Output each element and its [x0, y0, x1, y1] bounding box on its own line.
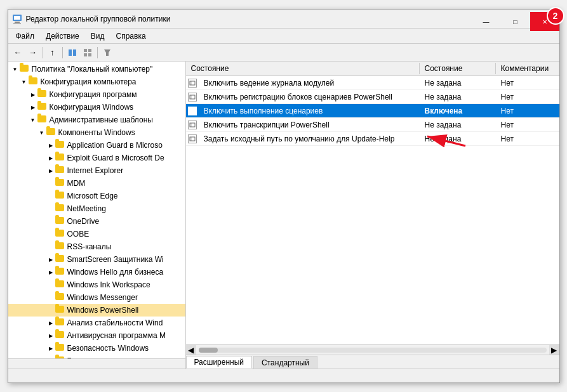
list-row-0[interactable]: Включить ведение журнала модулей Не зада… [186, 76, 559, 90]
menu-action[interactable]: Действие [41, 30, 84, 42]
svg-rect-17 [190, 123, 195, 127]
col-header-status[interactable]: Состояние [420, 63, 496, 74]
tree-item-11[interactable]: OneDrive [8, 215, 185, 228]
folder-icon-18 [55, 306, 65, 315]
col-header-comment[interactable]: Комментарии [496, 63, 559, 74]
row-status-3: Не задана [420, 121, 496, 129]
view-button[interactable] [81, 46, 95, 60]
expand-3: ▼ [29, 115, 37, 124]
toolbar-separator-1 [43, 47, 43, 58]
tree-item-root[interactable]: ▼ Политика "Локальный компьютер" [8, 63, 185, 75]
tree-item-15[interactable]: ▶ Windows Hello для бизнеса [8, 266, 185, 278]
folder-icon-4 [46, 128, 57, 137]
tree-item-4[interactable]: ▼ Компоненты Windows [8, 126, 185, 139]
back-button[interactable]: ← [11, 46, 25, 60]
menu-file[interactable]: Файл [11, 30, 40, 42]
tree-item-7[interactable]: ▶ Internet Explorer [8, 164, 185, 177]
main-window: Редактор локальной групповой политики — … [8, 9, 560, 383]
list-row-4[interactable]: Задать исходный путь по умолчанию для Up… [186, 132, 559, 146]
tree-item-20[interactable]: ▶ Антивирусная программа M [8, 329, 185, 342]
tree-label-6: Exploit Guard в Microsoft De [67, 154, 183, 162]
expand-8 [46, 179, 55, 188]
scroll-right-btn[interactable]: ▶ [549, 345, 559, 355]
folder-icon-1 [37, 90, 48, 99]
menu-help[interactable]: Справка [111, 30, 151, 42]
status-bar [8, 369, 559, 382]
filter-button[interactable] [100, 46, 114, 60]
folder-icon-14 [55, 255, 65, 264]
tree-item-21[interactable]: ▶ Безопасность Windows [8, 342, 185, 355]
tree-item-10[interactable]: NetMeeting [8, 202, 185, 215]
forward-button[interactable]: → [26, 46, 40, 60]
toolbar: ← → ↑ [8, 44, 559, 62]
right-panel: Состояние Состояние Комментарии [186, 62, 559, 369]
scroll-track[interactable] [199, 348, 547, 353]
close-badge: 2 [547, 7, 564, 25]
tree-label-20: Антивирусная программа M [67, 331, 183, 340]
tree-item-9[interactable]: Microsoft Edge [8, 190, 185, 202]
row-name-2: Включить выполнение сценариев [199, 107, 420, 115]
tree-hscrollbar[interactable] [8, 358, 185, 369]
tree-scroll[interactable]: ▼ Политика "Локальный компьютер" ▼ Конфи… [8, 62, 185, 358]
tree-label-13: RSS-каналы [67, 242, 183, 251]
expand-16 [46, 280, 55, 289]
col-header-name[interactable]: Состояние [186, 63, 420, 74]
folder-icon-9 [55, 192, 65, 200]
close-button[interactable]: ✕ 2 [530, 12, 559, 31]
tab-extended[interactable]: Расширенный [186, 356, 253, 369]
svg-rect-19 [190, 137, 195, 141]
expand-7: ▶ [46, 166, 55, 175]
expand-13 [46, 242, 55, 251]
menu-view[interactable]: Вид [86, 30, 110, 42]
folder-icon-8 [55, 179, 65, 188]
folder-icon-17 [55, 293, 65, 302]
folder-icon-3 [37, 115, 48, 124]
row-comment-2: Нет [496, 107, 559, 115]
expand-18 [46, 306, 55, 315]
show-hide-button[interactable] [65, 46, 79, 60]
hscroll-bar[interactable]: ◀ ▶ [186, 344, 559, 355]
scroll-left-btn[interactable]: ◀ [186, 345, 196, 355]
tree-item-12[interactable]: OOBE [8, 228, 185, 240]
tab-standard[interactable]: Стандартный [253, 356, 317, 369]
list-row-1[interactable]: Включить регистрацию блоков сценариев Po… [186, 90, 559, 104]
expand-4: ▼ [37, 128, 46, 137]
tree-label-3: Административные шаблоны [50, 115, 183, 124]
list-header: Состояние Состояние Комментарии [186, 62, 559, 76]
tree-item-3[interactable]: ▼ Административные шаблоны [8, 114, 185, 126]
tree-label-4: Компоненты Windows [58, 128, 183, 137]
svg-marker-10 [104, 49, 110, 56]
tree-panel: ▼ Политика "Локальный компьютер" ▼ Конфи… [8, 62, 186, 369]
svg-rect-15 [190, 109, 195, 113]
svg-rect-6 [84, 49, 87, 52]
tree-item-1[interactable]: ▶ Конфигурация программ [8, 88, 185, 101]
tree-item-17[interactable]: Windows Messenger [8, 291, 185, 304]
tree-item-19[interactable]: ▶ Анализ стабильности Wind [8, 317, 185, 329]
policy-icon-2 [188, 107, 197, 115]
row-icon-1 [186, 93, 199, 101]
tree-item-5[interactable]: ▶ Application Guard в Microso [8, 139, 185, 152]
up-button[interactable]: ↑ [46, 46, 60, 60]
expand-0: ▼ [20, 77, 29, 86]
expand-6: ▶ [46, 154, 55, 162]
toolbar-separator-2 [62, 47, 63, 58]
svg-rect-9 [88, 53, 91, 56]
tree-item-14[interactable]: ▶ SmartScreen Защитника Wi [8, 253, 185, 266]
tabs-bar: Расширенный Стандартный [186, 355, 559, 369]
tree-item-8[interactable]: MDM [8, 177, 185, 190]
tree-item-18[interactable]: Windows PowerShell [8, 304, 185, 317]
svg-rect-1 [14, 16, 20, 20]
list-row-3[interactable]: Включить транскрипции PowerShell Не зада… [186, 118, 559, 132]
expand-17 [46, 293, 55, 302]
tree-label-21: Безопасность Windows [67, 344, 183, 353]
tree-item-2[interactable]: ▶ Конфигурация Windows [8, 101, 185, 114]
policy-list[interactable]: Включить ведение журнала модулей Не зада… [186, 76, 559, 344]
tree-item-13[interactable]: RSS-каналы [8, 240, 185, 253]
tree-item-6[interactable]: ▶ Exploit Guard в Microsoft De [8, 152, 185, 164]
list-row-2[interactable]: Включить выполнение сценариев Включена Н… [186, 104, 559, 118]
scroll-thumb[interactable] [199, 348, 218, 353]
tree-item-16[interactable]: Windows Ink Workspace [8, 278, 185, 291]
row-comment-4: Нет [496, 134, 559, 143]
tree-item-0[interactable]: ▼ Конфигурация компьютера [8, 75, 185, 88]
folder-icon-11 [55, 217, 65, 226]
